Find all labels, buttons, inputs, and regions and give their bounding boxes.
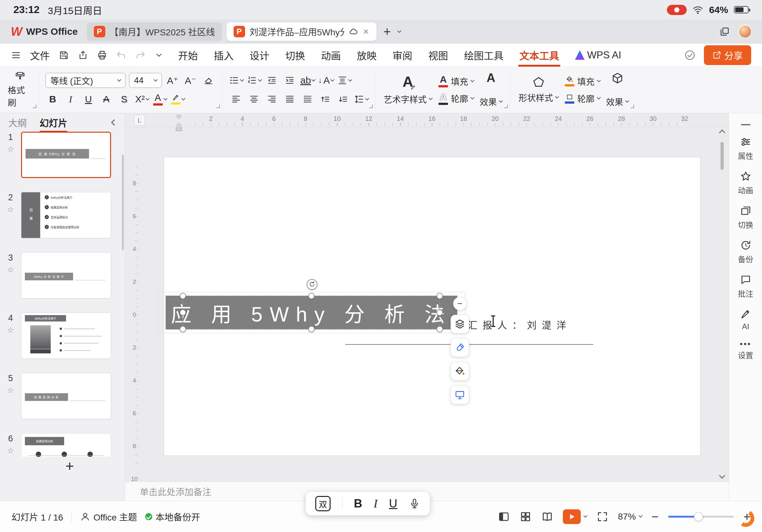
paragraph-spacing-increase-button[interactable] [318,92,333,107]
collapse-sidebar-handle[interactable] [741,124,750,125]
justify-button[interactable] [282,92,297,107]
distribute-button[interactable] [300,92,315,107]
fit-slide-icon[interactable] [596,511,609,523]
local-backup-status[interactable]: 本地备份开 [145,510,200,523]
rotate-handle[interactable] [307,279,318,290]
tab-text-tools-active[interactable]: 文本工具 [519,44,559,67]
slide-thumbnail-1-selected[interactable]: 应 用 5Why 分 析 法 [21,132,111,178]
sidebar-item-properties[interactable]: 属性 [738,136,753,161]
tab-review[interactable]: 审阅 [393,44,412,67]
resize-handle-bottom-left[interactable] [180,326,186,332]
decrease-font-button[interactable]: A⁻ [183,73,198,88]
tab-insert[interactable]: 插入 [214,44,234,67]
file-menu-button[interactable]: 文件 [30,48,50,62]
undo-icon[interactable] [116,50,126,60]
group-expand-icon[interactable] [504,104,508,108]
resize-handle-middle-left[interactable] [180,309,186,316]
screen-recording-indicator[interactable] [667,5,687,15]
highlight-color-button[interactable] [170,92,185,107]
new-tab-button[interactable]: + [381,25,393,39]
group-expand-icon[interactable] [216,104,220,108]
font-size-select[interactable]: 44 [129,73,162,88]
format-painter-group[interactable]: 格式刷 [1,69,39,110]
slide-thumbnail-5[interactable]: 经 典 案 例 分 析 [21,373,111,419]
text-fill-button[interactable]: A 填充 [438,72,474,90]
vertical-align-button[interactable] [337,73,352,88]
scroll-up-icon[interactable] [719,129,725,136]
resize-handle-top-middle[interactable] [308,293,315,299]
fill-color-button[interactable] [451,362,469,380]
left-indent-marker[interactable] [176,128,182,131]
sidebar-item-settings[interactable]: ••• 设置 [738,341,753,361]
resize-handle-top-left[interactable] [180,293,186,299]
text-shadow-button[interactable]: S [117,92,131,107]
shape-style-button[interactable]: 形状样式 [517,71,560,108]
clear-format-button[interactable] [201,73,216,88]
collapse-tools-button[interactable]: − [453,297,467,310]
tab-home[interactable]: 开始 [178,44,198,67]
star-icon[interactable] [7,386,14,395]
chevron-down-icon[interactable] [583,513,587,518]
font-color-button[interactable]: A [153,92,167,107]
tab-animation[interactable]: 动画 [321,44,341,67]
star-icon[interactable] [7,265,14,274]
shape-fill-button[interactable]: 填充 [565,72,600,90]
hanging-indent-marker[interactable] [176,122,182,127]
sidebar-item-backup[interactable]: 备份 [738,239,753,264]
dictation-mic-icon[interactable] [409,498,420,509]
zoom-slider-knob[interactable] [694,512,703,521]
resize-handle-bottom-middle[interactable] [308,326,315,332]
print-icon[interactable] [97,50,107,60]
text-effect-button[interactable]: A 效果 [478,71,503,108]
slide-thumbnail-6[interactable]: 经典案例分析 [21,433,111,457]
text-direction-button[interactable]: ↓A [318,73,334,88]
align-left-button[interactable] [229,92,244,107]
share-button[interactable]: 分享 [704,45,751,65]
text-outline-button[interactable]: A 轮廓 [438,90,474,107]
scroll-down-icon[interactable] [719,472,725,479]
tab-view[interactable]: 视图 [428,44,448,67]
spellcheck-done-icon[interactable] [684,49,696,61]
increase-font-button[interactable]: A⁺ [165,73,180,88]
slide-subtitle-text[interactable]: 汇 报 人 ： 刘 湜 洋 [468,317,568,331]
align-center-button[interactable] [247,92,261,107]
slide-sorter-view-icon[interactable] [519,511,532,523]
tab-wps-ai[interactable]: WPS AI [575,44,621,67]
sidebar-item-ai[interactable]: AI [740,308,751,331]
superscript-button[interactable]: X² [135,92,149,107]
save-icon[interactable] [59,50,69,60]
slideshow-button[interactable] [563,509,587,524]
star-icon[interactable] [7,205,14,214]
zoom-level-select[interactable]: 87% [618,511,642,522]
zoom-slider[interactable] [668,516,734,518]
tab-draw-tools[interactable]: 绘图工具 [464,44,503,67]
wps-home-button[interactable]: W WPS Office [6,25,82,38]
underline-button[interactable]: U [81,92,96,107]
tab-slideshow[interactable]: 放映 [357,44,377,67]
zoom-out-button[interactable]: − [651,511,658,523]
bullet-list-button[interactable] [229,73,244,88]
strikethrough-button[interactable]: A [99,92,114,107]
indent-button[interactable] [282,73,297,88]
sidebar-item-comments[interactable]: 批注 [738,274,753,299]
multitask-windows-icon[interactable] [719,26,730,37]
shape-outline-button[interactable]: 轮廓 [565,90,600,107]
layers-button[interactable] [451,315,469,333]
user-avatar[interactable] [738,25,752,38]
italic-button[interactable]: I [63,92,78,107]
reading-view-icon[interactable] [541,511,553,523]
collapse-panel-icon[interactable] [111,119,117,126]
resize-handle-bottom-right[interactable] [436,326,443,332]
export-icon[interactable] [78,50,88,60]
slide-thumbnail-2[interactable]: 目 录 15Why分析法简介 2经典案例分析 3实际运用探讨 4与鱼骨图结合使用… [21,192,111,238]
present-from-here-button[interactable] [451,386,469,404]
group-expand-icon[interactable] [631,104,634,108]
tab-outline[interactable]: 大纲 [8,116,27,129]
star-icon[interactable] [7,145,14,154]
tab-design[interactable]: 设计 [250,44,269,67]
add-slide-button[interactable]: + [65,459,74,473]
input-mode-button[interactable]: 双 [315,496,331,511]
first-line-indent-marker[interactable] [176,114,182,119]
side-panel-toggle-icon[interactable] [498,511,510,523]
slide-thumbnail-3[interactable]: 5Why 分 析 法 简 介 [21,252,111,299]
